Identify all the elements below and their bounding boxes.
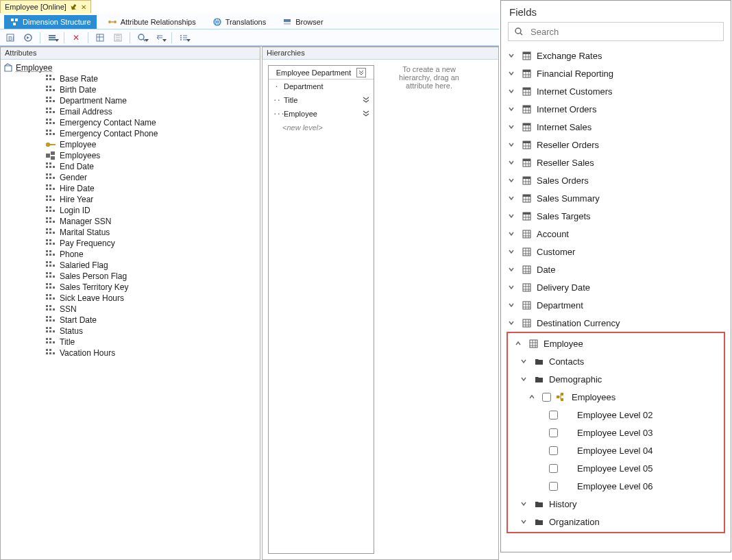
attribute-item[interactable]: Birth Date <box>31 84 257 95</box>
field-table[interactable]: Sales Targets <box>501 207 731 225</box>
attribute-item[interactable]: End Date <box>31 161 257 172</box>
attribute-item[interactable]: Gender <box>31 172 257 183</box>
attribute-label: Start Date <box>60 315 97 325</box>
field-table[interactable]: Department <box>501 296 731 314</box>
relationships-icon <box>108 17 117 27</box>
tab-attribute-relationships[interactable]: Attribute Relationships <box>102 15 202 29</box>
pin-icon[interactable] <box>71 4 77 10</box>
attribute-item[interactable]: Emergency Contact Name <box>31 117 257 128</box>
field-checkbox[interactable] <box>542 393 551 402</box>
tab-browser[interactable]: Browser <box>277 15 328 29</box>
attribute-icon <box>46 327 56 335</box>
attribute-item[interactable]: Start Date <box>31 315 257 326</box>
attribute-item[interactable]: Employee <box>31 139 257 150</box>
chevron-down-icon <box>508 177 516 184</box>
field-table[interactable]: Reseller Orders <box>501 136 731 154</box>
attribute-item[interactable]: Pay Frequency <box>31 238 257 249</box>
field-table[interactable]: Internet Sales <box>501 118 731 136</box>
field-folder-demographic[interactable]: Demographic <box>508 370 724 388</box>
attribute-item[interactable]: Department Name <box>31 95 257 106</box>
svg-rect-26 <box>523 88 530 90</box>
zoom-icon[interactable] <box>134 31 149 45</box>
document-tab-employee[interactable]: Employee [Online] ✕ <box>0 0 91 13</box>
field-table[interactable]: Reseller Sales <box>501 154 731 171</box>
field-hierarchy-employees[interactable]: Employees <box>508 388 724 406</box>
attribute-item[interactable]: Sales Person Flag <box>31 271 257 282</box>
attribute-label: Salaried Flag <box>60 260 108 270</box>
svg-rect-46 <box>523 319 530 327</box>
field-table[interactable]: Date <box>501 260 731 278</box>
field-hierarchy-level[interactable]: Employee Level 02 <box>508 406 724 424</box>
attribute-item[interactable]: Login ID <box>31 205 257 216</box>
chevron-down-icon <box>508 195 516 202</box>
tab-translations[interactable]: Translations <box>207 15 272 29</box>
hierarchy-title: Employee Department <box>276 69 351 77</box>
svg-rect-45 <box>523 302 530 309</box>
attribute-item[interactable]: Manager SSN <box>31 216 257 227</box>
attribute-item[interactable]: Hire Date <box>31 183 257 194</box>
list-icon[interactable] <box>176 31 191 45</box>
hierarchy-card[interactable]: Employee Department ·Department··Title··… <box>268 65 374 554</box>
field-checkbox[interactable] <box>549 428 558 437</box>
delete-icon[interactable]: ✕ <box>69 31 84 45</box>
field-table[interactable]: Sales Orders <box>501 171 731 189</box>
field-checkbox[interactable] <box>549 482 558 491</box>
attribute-item[interactable]: Sick Leave Hours <box>31 293 257 304</box>
field-hierarchy-level[interactable]: Employee Level 05 <box>508 459 724 477</box>
field-folder-contacts[interactable]: Contacts <box>508 352 724 370</box>
field-checkbox[interactable] <box>549 464 558 473</box>
search-input[interactable] <box>529 26 718 38</box>
attribute-item[interactable]: Title <box>31 337 257 348</box>
attribute-item[interactable]: Employees <box>31 150 257 161</box>
field-table[interactable]: Exchange Rates <box>501 47 731 64</box>
field-table[interactable]: Internet Orders <box>501 100 731 118</box>
field-hierarchy-level[interactable]: Employee Level 04 <box>508 441 724 459</box>
attribute-item[interactable]: Base Rate <box>31 73 257 84</box>
field-table[interactable]: Internet Customers <box>501 82 731 100</box>
hierarchy-level[interactable]: ···Employee <box>269 107 374 121</box>
field-table[interactable]: Customer <box>501 243 731 260</box>
hierarchies-body[interactable]: Employee Department ·Department··Title··… <box>263 60 498 559</box>
show-table-icon[interactable] <box>93 31 108 45</box>
attribute-item[interactable]: Emergency Contact Phone <box>31 128 257 139</box>
close-icon[interactable]: ✕ <box>81 3 86 11</box>
field-table-employee[interactable]: Employee <box>508 334 724 352</box>
attribute-item[interactable]: Sales Territory Key <box>31 282 257 293</box>
attribute-item[interactable]: Phone <box>31 249 257 260</box>
attribute-item[interactable]: Hire Year <box>31 194 257 205</box>
tab-dimension-structure[interactable]: Dimension Structure <box>4 15 97 29</box>
field-table[interactable]: Delivery Date <box>501 278 731 296</box>
field-folder-history[interactable]: History <box>508 495 724 513</box>
measure-group-icon <box>522 158 531 167</box>
writeback-icon[interactable] <box>152 31 167 45</box>
attribute-item[interactable]: Email Address <box>31 106 257 117</box>
hierarchy-new-level[interactable]: <new level> <box>269 121 374 134</box>
view-mode-icon[interactable] <box>45 31 60 45</box>
field-checkbox[interactable] <box>549 446 558 455</box>
attribute-item[interactable]: Status <box>31 326 257 337</box>
collapse-icon[interactable] <box>356 68 366 77</box>
field-table[interactable]: Financial Reporting <box>501 64 731 82</box>
attribute-children: Base RateBirth DateDepartment NameEmail … <box>3 73 257 358</box>
add-bi-icon[interactable]: BI <box>3 31 18 45</box>
field-label: Financial Reporting <box>537 69 613 79</box>
field-checkbox[interactable] <box>549 411 558 419</box>
attribute-item[interactable]: Marital Status <box>31 227 257 238</box>
field-table[interactable]: Sales Summary <box>501 189 731 207</box>
field-table[interactable]: Account <box>501 225 731 243</box>
hierarchy-title-row[interactable]: Employee Department <box>269 66 374 80</box>
field-hierarchy-level[interactable]: Employee Level 03 <box>508 424 724 441</box>
show-tree-icon[interactable] <box>110 31 125 45</box>
attribute-item[interactable]: SSN <box>31 304 257 315</box>
field-folder-organization[interactable]: Organization <box>508 513 724 531</box>
process-icon[interactable] <box>21 31 36 45</box>
attribute-item[interactable]: Vacation Hours <box>31 348 257 358</box>
field-hierarchy-level[interactable]: Employee Level 06 <box>508 477 724 495</box>
field-table[interactable]: Destination Currency <box>501 314 731 332</box>
fields-search[interactable] <box>508 22 724 41</box>
hierarchy-level[interactable]: ··Title <box>269 93 374 107</box>
attribute-root[interactable]: Employee <box>3 62 257 73</box>
field-label: Employee Level 05 <box>577 463 653 474</box>
hierarchy-level[interactable]: ·Department <box>269 80 374 93</box>
attribute-item[interactable]: Salaried Flag <box>31 260 257 271</box>
